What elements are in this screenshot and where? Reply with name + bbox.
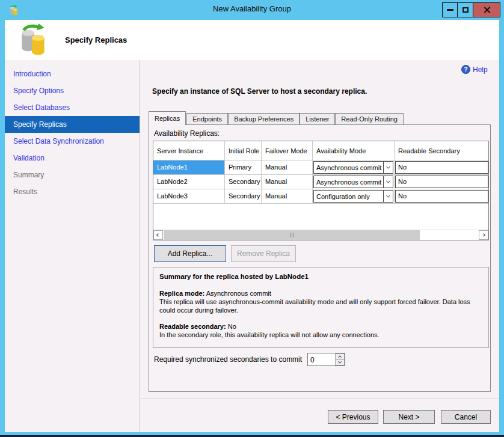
readable-secondary-line: Readable secondary: No (159, 322, 482, 331)
chevron-down-icon[interactable] (383, 191, 393, 202)
cell-initial-role: Secondary (225, 175, 262, 189)
tab-replicas[interactable]: Replicas (149, 111, 186, 125)
grid-header-row: Server Instance Initial Role Failover Mo… (153, 141, 489, 160)
availability-mode-dropdown[interactable]: Configuration only (313, 190, 393, 203)
cell-server-instance[interactable]: LabNode2 (153, 175, 225, 189)
cell-failover-mode: Manual (262, 175, 313, 189)
replica-summary-box: Summary for the replica hosted by LabNod… (153, 267, 489, 348)
sidebar-item-results: Results (5, 183, 140, 200)
cell-initial-role: Primary (225, 160, 262, 175)
add-replica-button[interactable]: Add Replica... (154, 245, 226, 262)
sidebar-item-summary: Summary (5, 167, 140, 183)
replicas-tab-page: Availability Replicas: Server Instance I… (149, 124, 491, 392)
col-server-instance[interactable]: Server Instance (153, 141, 225, 160)
table-row[interactable]: LabNode2 Secondary Manual Asynchronous c… (153, 175, 489, 189)
close-button[interactable] (473, 2, 500, 17)
close-icon (483, 6, 491, 14)
cell-initial-role: Secondary (225, 189, 262, 204)
tab-backup-preferences[interactable]: Backup Preferences (228, 113, 300, 125)
window-title: New Availability Group (0, 4, 504, 13)
minimize-button[interactable] (442, 2, 458, 17)
minimize-icon (447, 9, 453, 11)
instruction-text: Specify an instance of SQL Server to hos… (152, 87, 367, 96)
cell-server-instance[interactable]: LabNode1 (153, 160, 225, 175)
remove-replica-button: Remove Replica (231, 245, 296, 262)
sidebar-item-validation[interactable]: Validation (5, 150, 140, 167)
required-secondaries-spinner (307, 353, 345, 366)
help-link[interactable]: ? Help (461, 65, 488, 74)
cancel-button[interactable]: Cancel (441, 410, 491, 424)
readable-secondary-dropdown[interactable]: No (395, 176, 488, 188)
table-row[interactable]: LabNode1 Primary Manual Asynchronous com… (153, 160, 489, 175)
next-button[interactable]: Next > (383, 410, 435, 424)
help-icon: ? (461, 65, 470, 74)
previous-button[interactable]: < Previous (328, 410, 378, 424)
cell-server-instance[interactable]: LabNode3 (153, 189, 225, 204)
replicas-database-icon (18, 23, 49, 57)
col-initial-role[interactable]: Initial Role (225, 141, 262, 160)
horizontal-scrollbar[interactable] (153, 230, 488, 240)
sidebar-item-select-databases[interactable]: Select Databases (5, 99, 140, 116)
footer-divider (140, 398, 499, 399)
maximize-icon (463, 7, 469, 13)
titlebar[interactable]: New Availability Group (0, 0, 504, 20)
sidebar-item-introduction[interactable]: Introduction (5, 66, 140, 82)
availability-replicas-label: Availability Replicas: (154, 129, 220, 138)
readable-secondary-description: In the secondary role, this availability… (159, 331, 482, 339)
sidebar-item-specify-options[interactable]: Specify Options (5, 82, 140, 99)
col-failover-mode[interactable]: Failover Mode (262, 141, 313, 160)
help-label: Help (473, 66, 488, 74)
sidebar-item-specify-replicas[interactable]: Specify Replicas (5, 116, 140, 133)
col-readable-secondary[interactable]: Readable Secondary (395, 141, 489, 160)
cell-failover-mode: Manual (262, 160, 313, 175)
readable-secondary-dropdown[interactable]: No (395, 161, 488, 174)
wizard-content: ? Help Specify an instance of SQL Server… (140, 60, 499, 432)
replica-mode-description: This replica will use asynchronous-commi… (159, 298, 482, 314)
new-availability-group-window: New Availability Group Specify Replicas … (0, 0, 504, 437)
tab-strip: Replicas Endpoints Backup Preferences Li… (149, 112, 404, 125)
required-secondaries-label: Required synchronized secondaries to com… (154, 355, 302, 364)
chevron-down-icon[interactable] (383, 162, 393, 173)
tab-listener[interactable]: Listener (300, 113, 335, 125)
availability-replicas-grid[interactable]: Server Instance Initial Role Failover Mo… (153, 141, 489, 240)
wizard-header: Specify Replicas (5, 20, 499, 60)
tab-endpoints[interactable]: Endpoints (186, 113, 228, 125)
scroll-right-icon[interactable] (479, 230, 488, 240)
dialog-body: Specify Replicas Introduction Specify Op… (5, 20, 499, 432)
replica-mode-line: Replica mode: Asynchronous commit (159, 289, 482, 298)
col-availability-mode[interactable]: Availability Mode (313, 141, 395, 160)
maximize-button[interactable] (457, 2, 473, 17)
sidebar-item-select-data-sync[interactable]: Select Data Synchronization (5, 133, 140, 150)
availability-mode-dropdown[interactable]: Asynchronous commit (313, 161, 393, 174)
required-secondaries-input[interactable] (308, 353, 335, 365)
scrollbar-thumb[interactable] (164, 230, 420, 240)
wizard-steps-sidebar: Introduction Specify Options Select Data… (5, 60, 140, 432)
tab-read-only-routing[interactable]: Read-Only Routing (335, 113, 404, 125)
table-row[interactable]: LabNode3 Secondary Manual Configuration … (153, 189, 489, 204)
scroll-left-icon[interactable] (153, 230, 163, 240)
summary-title: Summary for the replica hosted by LabNod… (159, 272, 482, 281)
spinner-down-icon[interactable] (335, 359, 345, 366)
readable-secondary-dropdown[interactable]: No (395, 190, 488, 203)
spinner-up-icon[interactable] (335, 353, 345, 359)
page-title: Specify Replicas (65, 35, 127, 44)
chevron-down-icon[interactable] (383, 176, 393, 188)
cell-failover-mode: Manual (262, 189, 313, 204)
availability-mode-dropdown[interactable]: Asynchronous commit (313, 176, 393, 188)
